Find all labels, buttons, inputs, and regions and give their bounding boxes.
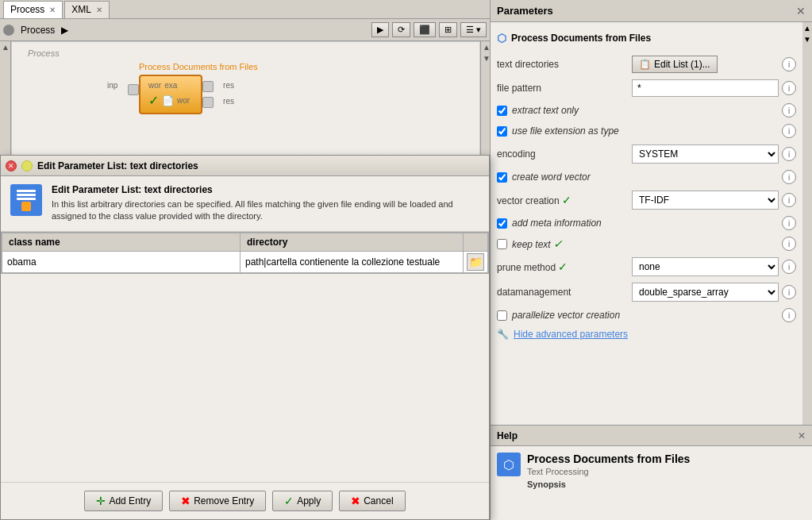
param-datamanagement-info[interactable]: i xyxy=(782,285,796,299)
add-entry-button[interactable]: ✛ Add Entry xyxy=(84,491,163,511)
create-word-vector-label: create word vector xyxy=(512,171,591,183)
parameters-header: Parameters ✕ xyxy=(491,0,812,22)
create-word-vector-info[interactable]: i xyxy=(782,170,796,184)
canvas-scroll-down[interactable]: ▼ xyxy=(481,52,492,64)
scroll-up-btn[interactable]: ▲ xyxy=(802,22,812,33)
directory-input[interactable] xyxy=(244,255,460,269)
step-button[interactable]: ⟳ xyxy=(392,22,410,37)
icon-line-3 xyxy=(17,198,36,200)
run-button[interactable]: ▶ xyxy=(371,22,389,37)
param-use-file-extension: use file extension as type i xyxy=(497,124,796,138)
encoding-select[interactable]: SYSTEM UTF-8 ISO-8859-1 xyxy=(632,144,779,164)
process-node-container: Process Documents from Files inp wor exa xyxy=(139,62,258,114)
node-content: wor exa xyxy=(148,81,193,90)
tab-xml-close[interactable]: ✕ xyxy=(96,6,102,14)
res-port2 xyxy=(202,97,214,108)
edit-list-button[interactable]: 📋 Edit List (1)... xyxy=(632,56,718,73)
process-dot-icon xyxy=(3,25,14,36)
prune-method-select[interactable]: none absolute percentage xyxy=(632,257,779,276)
dialog-table-container: class name directory xyxy=(1,232,489,274)
keep-text-label: keep text ✓ xyxy=(512,237,563,250)
edit-list-icon: 📋 xyxy=(639,59,651,70)
add-meta-info-info[interactable]: i xyxy=(782,216,796,230)
scroll-up-arrow[interactable]: ▲ xyxy=(0,41,11,52)
apply-button[interactable]: ✓ Apply xyxy=(272,491,333,511)
remove-entry-button[interactable]: ✖ Remove Entry xyxy=(169,491,266,511)
edit-parameter-dialog: ✕ Edit Parameter List: text directories xyxy=(0,155,490,520)
keep-text-info[interactable]: i xyxy=(782,237,796,251)
help-close-button[interactable]: ✕ xyxy=(798,430,806,441)
datamanagement-select[interactable]: double_sparse_array double_array xyxy=(632,283,779,302)
zoom-fit-button[interactable]: ⊞ xyxy=(439,22,457,37)
cancel-button[interactable]: ✖ Cancel xyxy=(339,491,405,511)
param-text-directories-control: 📋 Edit List (1)... xyxy=(632,56,779,73)
dialog-header: Edit Parameter List: text directories In… xyxy=(1,176,489,232)
col-directory: directory xyxy=(241,233,464,251)
scroll-down-btn[interactable]: ▼ xyxy=(802,33,812,44)
use-file-extension-checkbox[interactable] xyxy=(497,126,507,137)
param-vector-creation-info[interactable]: i xyxy=(782,193,796,207)
tab-xml[interactable]: XML ✕ xyxy=(64,1,110,18)
col-class-name: class name xyxy=(2,233,241,251)
browse-button[interactable]: 📁 xyxy=(467,253,484,271)
use-file-extension-info[interactable]: i xyxy=(782,124,796,138)
parallelize-info[interactable]: i xyxy=(782,308,796,322)
icon-pencil xyxy=(21,202,31,211)
help-icon-symbol: ⬡ xyxy=(503,457,514,472)
icon-line-1 xyxy=(17,190,36,192)
hide-advanced-link[interactable]: Hide advanced parameters xyxy=(514,329,628,340)
extract-text-only-info[interactable]: i xyxy=(782,103,796,117)
add-meta-info-checkbox[interactable] xyxy=(497,218,507,229)
keep-text-check: ✓ xyxy=(553,237,563,250)
dialog-icon-lines xyxy=(17,190,36,200)
process-node[interactable]: inp wor exa ✓ 📄 wor xyxy=(139,75,202,114)
create-word-vector-checkbox[interactable] xyxy=(497,172,507,183)
params-scrollbar[interactable]: ▲ ▼ xyxy=(802,22,812,425)
node-label: Process Documents from Files xyxy=(139,62,258,71)
param-datamanagement-control: double_sparse_array double_array xyxy=(632,283,779,302)
help-title: Help xyxy=(497,430,793,441)
parameters-close-button[interactable]: ✕ xyxy=(796,5,806,17)
params-scroll-area: ⬡ Process Documents from Files text dire… xyxy=(491,22,812,425)
file-pattern-input[interactable] xyxy=(632,79,779,97)
remove-entry-icon: ✖ xyxy=(181,495,190,507)
process-controls: Process ▶ ▶ ⟳ ⬛ ⊞ ☰ ▾ xyxy=(0,19,490,41)
inp-port xyxy=(128,84,139,95)
col-browse xyxy=(464,233,488,251)
param-extract-text-only: extract text only i xyxy=(497,103,796,117)
param-prune-method-label: prune method ✓ xyxy=(497,260,632,273)
dialog-minimize-button[interactable] xyxy=(21,160,33,171)
param-encoding: encoding SYSTEM UTF-8 ISO-8859-1 i xyxy=(497,144,796,164)
right-panel: Parameters ✕ ⬡ Process Documents from Fi… xyxy=(490,0,812,520)
cell-class-name xyxy=(2,251,241,272)
parallelize-label: parallelize vector creation xyxy=(512,310,620,321)
params-content: ⬡ Process Documents from Files text dire… xyxy=(491,22,802,346)
keep-text-checkbox[interactable] xyxy=(497,239,507,249)
table-row: 📁 xyxy=(2,251,488,272)
menu-button[interactable]: ☰ ▾ xyxy=(460,22,487,37)
class-name-input[interactable] xyxy=(6,255,237,269)
params-section-icon: ⬡ xyxy=(497,32,506,44)
help-text: Process Documents from Files Text Proces… xyxy=(527,453,806,489)
dialog-desc-title-bold: text directories xyxy=(144,184,213,195)
dialog-close-button[interactable]: ✕ xyxy=(6,160,17,171)
add-meta-info-label: add meta information xyxy=(512,218,602,229)
stop-button[interactable]: ⬛ xyxy=(414,22,436,37)
param-file-pattern-info[interactable]: i xyxy=(782,81,796,95)
canvas-scroll-up[interactable]: ▲ xyxy=(481,41,492,52)
icon-line-2 xyxy=(17,194,36,196)
vector-creation-select[interactable]: TF-IDF Binary TF IDF xyxy=(632,191,779,210)
dialog-icon xyxy=(10,184,42,216)
breadcrumb-label: Process xyxy=(21,25,55,36)
dialog-table: class name directory xyxy=(2,233,488,273)
param-encoding-info[interactable]: i xyxy=(782,147,796,161)
param-prune-method-info[interactable]: i xyxy=(782,260,796,274)
param-file-pattern-control xyxy=(632,79,779,97)
tab-xml-label: XML xyxy=(71,4,91,15)
tab-process-close[interactable]: ✕ xyxy=(49,6,56,14)
parallelize-checkbox[interactable] xyxy=(497,310,507,321)
extract-text-only-checkbox[interactable] xyxy=(497,106,507,116)
tab-process[interactable]: Process ✕ xyxy=(3,1,63,18)
param-vector-creation-control: TF-IDF Binary TF IDF xyxy=(632,191,779,210)
param-text-directories-info[interactable]: i xyxy=(782,57,796,71)
